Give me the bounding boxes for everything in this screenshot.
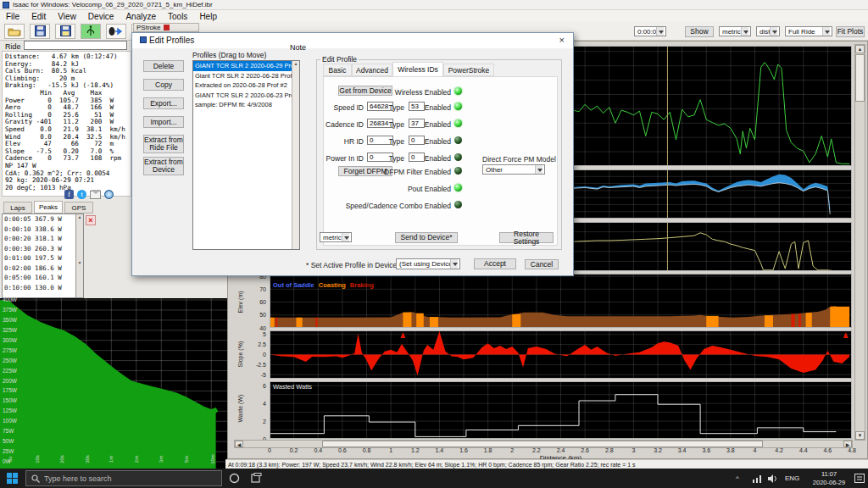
profile-list-item[interactable]: GIANT TCR SLR 2 2020-06-29 Prof# 2 [193, 61, 299, 71]
profiles-scrollbar[interactable]: ▲ [292, 61, 299, 249]
dialog-button-import[interactable]: Import... [143, 116, 184, 128]
web-globe-icon[interactable] [104, 190, 114, 199]
list-item[interactable]: 0:00:20 318.1 W [3, 234, 83, 244]
axis-select[interactable]: dist [756, 26, 780, 36]
tab-basic[interactable]: Basic [323, 64, 352, 76]
task-view-icon[interactable] [251, 473, 262, 484]
menu-item-edit[interactable]: Edit [31, 12, 46, 21]
dialog-button-extract-from-device[interactable]: Extract from Device [143, 157, 184, 175]
menu-item-help[interactable]: Help [199, 12, 217, 21]
menu-item-file[interactable]: File [6, 12, 19, 21]
email-icon[interactable] [90, 191, 101, 199]
dialog-button-extract-from-ride-file[interactable]: Extract from Ride File [143, 135, 184, 153]
usb-device-button[interactable] [81, 24, 101, 39]
x-tick-label: 0.4 [308, 447, 328, 453]
ride-name-input[interactable] [24, 41, 127, 50]
status-bar: At 0:09:18 (3.3 km): Power: 197 W; Speed… [225, 459, 868, 469]
menu-item-device[interactable]: Device [88, 12, 114, 21]
dialog-button-export[interactable]: Export... [143, 97, 184, 109]
profile-list-item[interactable]: sample: DFPM fit: 4/9/2008 [193, 100, 299, 110]
dialog-button-copy[interactable]: Copy [143, 79, 184, 91]
pd-y-label: 25W [3, 448, 14, 454]
scroll-up-arrow[interactable]: ▲ [855, 45, 865, 53]
list-item[interactable]: 0:05:00 160.1 W [3, 273, 83, 283]
clock[interactable]: 11:07 2020-06-29 [807, 470, 851, 486]
list-item[interactable]: 0:02:00 186.6 W [3, 263, 83, 274]
speed-id-enabled-led [454, 103, 462, 110]
open-file-button[interactable] [4, 24, 25, 39]
upload-from-device-button[interactable] [106, 24, 126, 39]
save-button[interactable] [30, 24, 50, 39]
profiles-listbox: GIANT TCR SLR 2 2020-06-29 Prof# 2Giant … [192, 60, 300, 250]
list-item[interactable]: 0:00:10 338.6 W [3, 225, 83, 235]
enabled-label: Enabled [417, 154, 451, 163]
device-arrow-icon [108, 25, 124, 36]
list-item[interactable]: 0:00:05 367.9 W [3, 214, 83, 225]
profile-list-item[interactable]: Extracted on 2020-06-28 Prof #2 [193, 80, 299, 91]
set-active-profile-select[interactable]: (Set using Device) [396, 258, 460, 269]
pd-y-label: 300W [3, 337, 17, 343]
network-icon[interactable] [753, 474, 763, 483]
profile-list-item[interactable]: Giant TCR SLR 2 2020-06-28 Prof# 2 [193, 71, 299, 81]
tab-wireless-ids[interactable]: Wireless IDs [392, 62, 443, 76]
taskbar: Type here to search ^ ENG 11:07 2020-06-… [0, 469, 868, 488]
profile-list-item[interactable]: GIANT TCR SLR 2 2020-06-23 Prof# 2 [193, 91, 299, 101]
cortana-icon[interactable] [229, 473, 240, 484]
tray-chevron-icon[interactable]: ^ [736, 474, 739, 482]
list-item[interactable]: 0:00:30 260.3 W [3, 244, 83, 254]
menu-bar: FileEditViewDeviceAnalyzeToolsHelp [0, 10, 868, 22]
tab-advanced[interactable]: Advanced [352, 64, 392, 76]
pm-model-select[interactable]: Other [482, 164, 545, 175]
cancel-button[interactable]: Cancel [525, 259, 559, 269]
pd-y-label: 200W [3, 378, 17, 384]
menu-item-analyze[interactable]: Analyze [125, 12, 156, 21]
tab-powerstroke[interactable]: PowerStroke [443, 64, 494, 76]
list-item[interactable]: 0:10:00 130.0 W [3, 283, 83, 293]
dialog-title: Edit Profiles [149, 36, 194, 45]
facebook-icon[interactable]: f [64, 190, 74, 199]
speaker-icon[interactable] [768, 474, 778, 483]
peaks-scrollbar[interactable]: ▲▼ [75, 214, 83, 297]
tab-peaks[interactable]: Peaks [34, 201, 63, 214]
send-to-device-button[interactable]: Send to Device* [395, 232, 458, 243]
tab-laps[interactable]: Laps [3, 202, 32, 214]
dialog-units-select[interactable]: metric [320, 232, 352, 242]
range-select[interactable]: Full Ride [785, 26, 832, 36]
hr-id-enabled-led [454, 136, 462, 144]
scroll-left-arrow[interactable]: ◀ [235, 441, 243, 447]
pd-y-label: 225W [3, 368, 17, 374]
twitter-icon[interactable]: t [77, 190, 86, 199]
show-button[interactable]: Show [685, 26, 714, 37]
share-bar: f t [64, 190, 114, 199]
chevron-down-icon [822, 27, 830, 36]
power-duration-chart[interactable]: 400W375W350W325W300W275W250W225W200W175W… [0, 298, 227, 469]
dialog-button-delete[interactable]: Delete [143, 60, 184, 72]
units-select[interactable]: metric [719, 26, 751, 36]
notification-icon[interactable] [854, 474, 865, 483]
scroll-right-arrow[interactable]: ▶ [843, 441, 852, 447]
taskbar-search[interactable]: Type here to search [25, 470, 222, 486]
dialog-titlebar[interactable]: Edit Profiles × [132, 33, 573, 48]
vscroll-thumb[interactable] [855, 54, 865, 102]
accept-button[interactable]: Accept [474, 258, 516, 269]
menu-item-tools[interactable]: Tools [168, 12, 187, 21]
close-peaks-button[interactable]: × [86, 215, 96, 225]
save-as-button[interactable] [55, 24, 75, 39]
pd-y-label: 350W [3, 317, 17, 323]
charts-vertical-scrollbar[interactable] [854, 44, 865, 441]
language-indicator[interactable]: ENG [785, 474, 799, 482]
start-button[interactable] [7, 473, 18, 484]
dialog-close-button[interactable]: × [559, 35, 565, 45]
pstroke-window[interactable]: PStroke [133, 23, 199, 32]
list-item[interactable]: 0:01:00 197.5 W [3, 253, 83, 263]
tab-gps[interactable]: GPS [64, 202, 93, 214]
menu-item-view[interactable]: View [58, 12, 76, 21]
restore-settings-button[interactable]: Restore Settings [499, 232, 554, 243]
scroll-down-arrow[interactable]: ▼ [855, 431, 865, 440]
x-tick-label: 0.2 [284, 447, 304, 453]
ride-stats-panel: Distance: 4.67 km (0:12:47)Energy: 84.2 … [2, 51, 131, 197]
hscroll-thumb[interactable] [322, 441, 763, 447]
toggle-label: Speed/Cadence Combo Enabled [332, 202, 451, 210]
time-window-select[interactable]: 0:00:05 [634, 26, 666, 36]
fit-plots-button[interactable]: Fit Plots [836, 26, 865, 37]
